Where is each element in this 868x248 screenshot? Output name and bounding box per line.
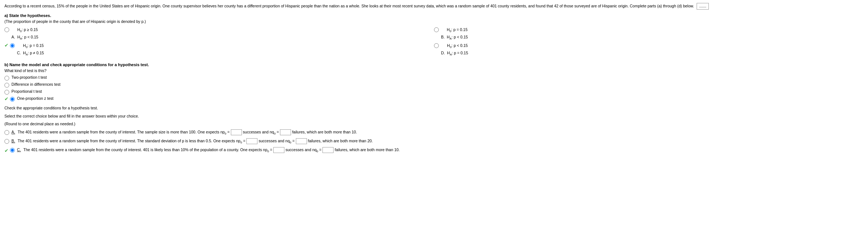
hyp-label-c[interactable]: C. H0: p = 0.15 HA: p ≠ 0.15 [17,43,44,57]
hyp-ha-d: HA: p = 0.15 [446,50,468,57]
hypotheses-options: A. H0: p ≥ 0.15 HA: p < 0.15 ✔ C. H0: p … [4,27,864,59]
test-radio-two-prop[interactable] [4,76,9,81]
part-a-section: a) State the hypotheses. (The proportion… [4,13,864,59]
hyp-h0-d: H0: p < 0.15 [446,43,468,50]
cond-letter-c: C. [17,147,21,152]
hyp-radio-c[interactable] [10,43,15,48]
hyp-letter-b: B. [441,35,445,39]
hyp-radio-b[interactable] [434,27,439,32]
hyp-label-b[interactable]: B. H0: p = 0.15 HA: p < 0.15 [441,27,468,41]
part-a-label: a) State the hypotheses. [4,13,864,18]
hyp-option-a: A. H0: p ≥ 0.15 HA: p < 0.15 [4,27,434,41]
test-label-diff[interactable]: Difference in differences test [11,82,61,86]
test-option-one-prop-z: ✔ One-proportion z test [4,96,864,102]
cond-c-input2[interactable] [322,147,334,153]
hyp-col-right: B. H0: p = 0.15 HA: p < 0.15 D. H0: p < … [434,27,864,59]
check-icon-c: ✔ [4,43,8,48]
test-option-two-prop: Two-proportion t test [4,75,864,81]
hyp-radio-a[interactable] [4,27,9,32]
conditions-section: Check the appropriate conditions for a h… [4,105,864,154]
cond-label-b[interactable]: B. The 401 residents were a random sampl… [11,138,373,145]
hyp-block-b: H0: p = 0.15 HA: p < 0.15 [446,27,468,41]
test-label-one-prop-z[interactable]: One-proportion z test [17,96,54,101]
cond-label-a[interactable]: A. The 401 residents were a random sampl… [11,129,357,136]
hyp-block-d: H0: p < 0.15 HA: p = 0.15 [446,43,468,57]
hyp-option-d: D. H0: p < 0.15 HA: p = 0.15 [434,43,864,57]
cond-radio-a[interactable] [4,130,9,135]
test-radio-one-prop-z[interactable] [10,97,15,102]
test-label-prop-t[interactable]: Proportional t test [11,89,42,94]
cond-radio-c[interactable] [10,148,15,153]
hyp-ha-b: HA: p < 0.15 [446,34,468,41]
part-b-section: b) Name the model and check appropriate … [4,62,864,154]
hyp-option-c: ✔ C. H0: p = 0.15 HA: p ≠ 0.15 [4,43,434,57]
intro-paragraph: According to a recent census, 15% of the… [4,3,854,10]
cond-letter-b: B. [11,139,15,143]
test-radio-prop-t[interactable] [4,90,9,95]
cond-letter-a: A. [11,130,15,134]
hyp-option-b: B. H0: p = 0.15 HA: p < 0.15 [434,27,864,41]
check-icon-cond-c: ✔ [4,147,8,154]
cond-label-c[interactable]: C. The 401 residents were a random sampl… [17,147,400,154]
hyp-block-c: H0: p = 0.15 HA: p ≠ 0.15 [22,43,44,57]
intro-text: According to a recent census, 15% of the… [4,4,694,8]
hyp-block-a: H0: p ≥ 0.15 HA: p < 0.15 [16,27,38,41]
condition-option-b: B. The 401 residents were a random sampl… [4,138,864,145]
what-kind-label: What kind of test is this? [4,68,864,73]
conditions-header: Check the appropriate conditions for a h… [4,105,864,111]
hyp-ha-c: HA: p ≠ 0.15 [22,50,44,57]
conditions-sub2: (Round to one decimal place as needed.) [4,121,864,127]
part-a-sublabel: (The proportion of people in the county … [4,19,864,24]
hyp-col-left: A. H0: p ≥ 0.15 HA: p < 0.15 ✔ C. H0: p … [4,27,434,59]
dots-button[interactable]: ....... [697,3,709,10]
test-option-prop-t: Proportional t test [4,89,864,95]
test-type-options: Two-proportion t test Difference in diff… [4,75,864,102]
cond-c-input1[interactable] [273,147,284,153]
hyp-h0-c: H0: p = 0.15 [22,43,44,50]
hyp-label-d[interactable]: D. H0: p < 0.15 HA: p = 0.15 [441,43,468,57]
check-icon-z: ✔ [4,96,8,102]
hyp-radio-d[interactable] [434,43,439,48]
cond-b-input2[interactable] [296,138,307,144]
conditions-sub1: Select the correct choice below and fill… [4,113,864,119]
condition-option-c: ✔ C. The 401 residents were a random sam… [4,147,864,154]
test-label-two-prop[interactable]: Two-proportion t test [11,75,47,79]
hyp-letter-c: C. [17,51,21,55]
cond-radio-b[interactable] [4,139,9,144]
condition-option-a: A. The 401 residents were a random sampl… [4,129,864,136]
hyp-letter-d: D. [441,51,445,55]
hyp-h0-b: H0: p = 0.15 [446,27,468,34]
hyp-label-a[interactable]: A. H0: p ≥ 0.15 HA: p < 0.15 [11,27,38,41]
hyp-h0-a: H0: p ≥ 0.15 [16,27,38,34]
cond-b-input1[interactable] [246,138,257,144]
test-radio-diff[interactable] [4,83,9,88]
part-b-label: b) Name the model and check appropriate … [4,62,864,67]
hyp-ha-a: HA: p < 0.15 [16,34,38,41]
cond-a-input1[interactable] [231,129,242,135]
hyp-letter-a: A. [11,35,15,39]
cond-a-input2[interactable] [280,129,291,135]
test-option-diff: Difference in differences test [4,82,864,88]
